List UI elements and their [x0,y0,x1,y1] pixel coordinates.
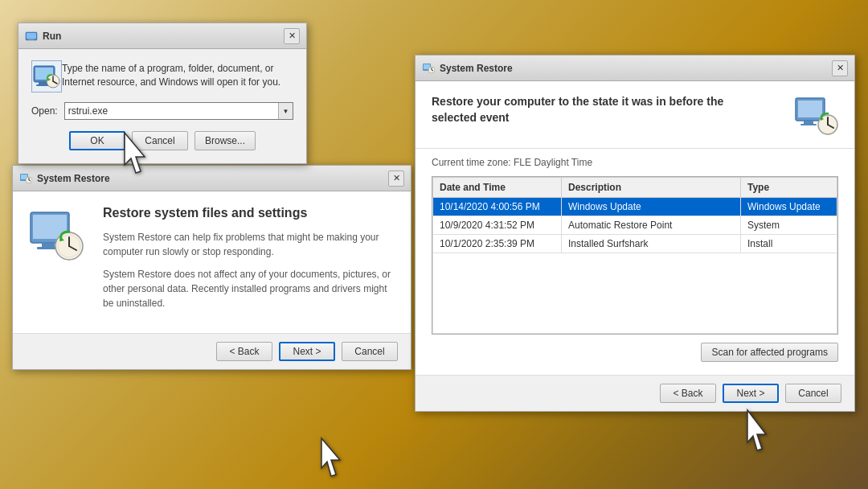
sysrestore1-icon [27,206,92,318]
svg-rect-1 [27,33,36,39]
next1-hand-cursor [313,434,358,489]
row2-datetime: 10/9/2020 4:31:52 PM [433,216,562,235]
sysrestore2-timezone: Current time zone: FLE Daylight Time [432,157,838,168]
sysrestore1-title-icon [19,172,32,185]
run-content: Type the name of a program, folder, docu… [31,60,293,92]
svg-rect-33 [798,101,822,117]
sysrestore2-close-button[interactable]: ✕ [832,60,848,76]
sysrestore2-back-button[interactable]: < Back [660,384,716,403]
run-description: Type the name of a program, folder, docu… [62,62,293,89]
sysrestore2-title-bar: System Restore ✕ [416,55,854,81]
run-input-wrap: ▼ [64,102,293,120]
next2-hand-cursor [739,406,784,466]
sysrestore2-table: Date and Time Description Type 10/14/202… [432,177,837,253]
sysrestore1-heading: Restore system files and settings [103,206,396,220]
col-type: Type [741,178,837,198]
sysrestore1-title-text: System Restore [37,173,388,184]
run-icon [31,60,62,92]
sysrestore1-title-bar: System Restore ✕ [13,166,411,191]
svg-rect-2 [28,39,35,40]
sysrestore2-table-header: Date and Time Description Type [433,178,837,198]
svg-rect-35 [800,124,817,125]
sysrestore1-back-button[interactable]: < Back [216,342,272,361]
run-title-text: Run [43,31,284,42]
svg-marker-26 [321,438,340,476]
sysrestore2-footer: < Back Next > Cancel [416,375,854,411]
sysrestore1-text1: System Restore can help fix problems tha… [103,230,396,259]
table-row[interactable]: 10/1/2020 2:35:39 PM Installed Surfshark… [433,235,837,253]
sysrestore-dialog-2: System Restore ✕ Restore your computer t… [415,55,855,412]
sysrestore2-header: Restore your computer to the state it wa… [416,81,854,149]
run-dialog: Run ✕ Type the name of a p [18,23,307,164]
sysrestore2-next-button[interactable]: Next > [723,384,779,403]
run-open-input[interactable] [65,103,278,119]
scan-affected-button[interactable]: Scan for affected programs [701,343,838,362]
run-dropdown-button[interactable]: ▼ [278,103,293,119]
run-buttons: OK Cancel Browse... [31,131,293,150]
sysrestore1-close-button[interactable]: ✕ [388,171,404,187]
table-row[interactable]: 10/14/2020 4:00:56 PM Windows Update Win… [433,198,837,216]
run-browse-button[interactable]: Browse... [194,131,256,150]
run-body: Type the name of a program, folder, docu… [18,49,306,163]
sysrestore2-cancel-button[interactable]: Cancel [785,384,841,403]
row3-description: Installed Surfshark [562,235,741,253]
sysrestore-dialog-1: System Restore ✕ Restore system files an… [12,165,411,370]
sysrestore1-next-button[interactable]: Next > [279,342,335,361]
row3-datetime: 10/1/2020 2:35:39 PM [433,235,562,253]
row2-type: System [741,216,837,235]
sysrestore2-heading: Restore your computer to the state it wa… [432,94,769,125]
row2-description: Automatic Restore Point [562,216,741,235]
svg-rect-19 [42,243,55,247]
run-cancel-button[interactable]: Cancel [132,131,188,150]
svg-rect-34 [804,121,813,124]
sysrestore2-title-text: System Restore [440,63,832,74]
sysrestore2-table-container: Date and Time Description Type 10/14/202… [432,176,838,335]
run-open-label: Open: [31,105,58,117]
sysrestore2-table-body: 10/14/2020 4:00:56 PM Windows Update Win… [433,198,837,253]
row1-description: Windows Update [562,198,741,216]
row1-datetime: 10/14/2020 4:00:56 PM [433,198,562,216]
svg-marker-40 [747,410,766,450]
sysrestore1-body: Restore system files and settings System… [13,191,411,333]
row1-type: Windows Update [741,198,837,216]
sysrestore1-cancel-button[interactable]: Cancel [342,342,398,361]
sysrestore2-scan-row: Scan for affected programs [432,343,838,362]
sysrestore2-body: Current time zone: FLE Daylight Time Dat… [416,149,854,375]
table-header-row: Date and Time Description Type [433,178,837,198]
sysrestore1-content: Restore system files and settings System… [103,206,396,318]
run-close-button[interactable]: ✕ [284,28,300,44]
run-title-icon [25,30,38,43]
col-datetime: Date and Time [433,178,562,198]
sysrestore1-text2: System Restore does not affect any of yo… [103,267,396,310]
run-open-row: Open: ▼ [31,102,293,120]
table-row[interactable]: 10/9/2020 4:31:52 PM Automatic Restore P… [433,216,837,235]
table-empty-area [432,253,837,334]
sysrestore1-footer: < Back Next > Cancel [13,333,411,369]
sysrestore2-header-icon [794,94,838,138]
row3-type: Install [741,235,837,253]
col-description: Description [562,178,741,198]
run-title-bar: Run ✕ [18,23,306,49]
sysrestore2-title-icon [422,62,435,75]
run-ok-button[interactable]: OK [69,131,125,150]
